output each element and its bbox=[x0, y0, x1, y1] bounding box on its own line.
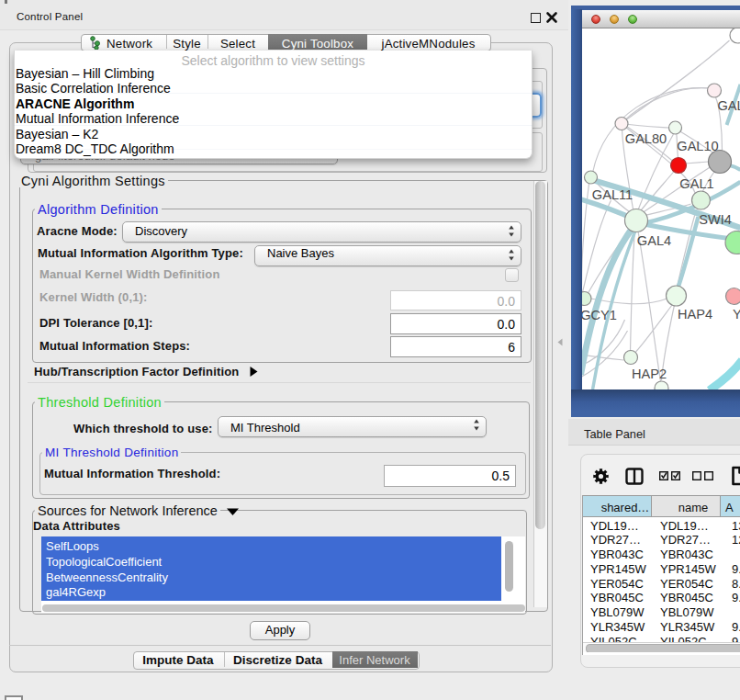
svg-text:HAP4: HAP4 bbox=[677, 307, 712, 322]
svg-text:GAL1: GAL1 bbox=[679, 176, 713, 191]
svg-text:HAP2: HAP2 bbox=[631, 367, 666, 381]
svg-text:GAL2: GAL2 bbox=[717, 98, 740, 113]
svg-text:YM: YM bbox=[733, 307, 740, 322]
svg-text:GAL10: GAL10 bbox=[677, 139, 718, 153]
svg-text:GAL4: GAL4 bbox=[636, 233, 670, 248]
svg-text:GCY1: GCY1 bbox=[582, 308, 617, 322]
svg-text:GAL11: GAL11 bbox=[591, 187, 632, 202]
svg-text:GAL80: GAL80 bbox=[624, 131, 666, 146]
svg-text:SWI4: SWI4 bbox=[699, 212, 732, 227]
